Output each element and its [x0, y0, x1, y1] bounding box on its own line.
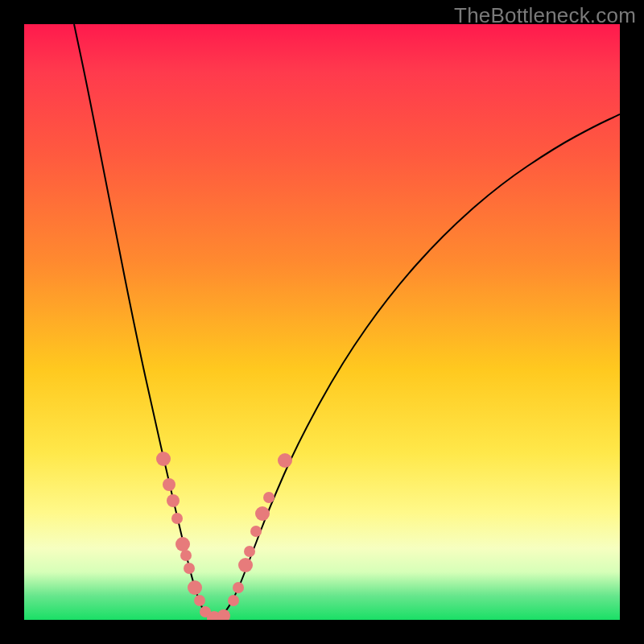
- scatter-point: [244, 546, 255, 557]
- scatter-point: [250, 526, 262, 537]
- left-branch-curve: [74, 24, 213, 620]
- chart-svg: [24, 24, 620, 620]
- scatter-point: [233, 582, 244, 593]
- scatter-point: [180, 550, 192, 561]
- scatter-point: [238, 558, 253, 572]
- scatter-point: [163, 478, 175, 491]
- scatter-markers: [156, 452, 292, 620]
- chart-frame: [24, 24, 620, 620]
- scatter-point: [188, 580, 202, 595]
- scatter-point: [217, 609, 230, 620]
- scatter-point: [278, 453, 292, 468]
- scatter-point: [255, 506, 270, 521]
- scatter-point: [194, 595, 205, 606]
- scatter-point: [167, 494, 180, 507]
- scatter-point: [184, 563, 195, 574]
- scatter-point: [171, 513, 183, 524]
- scatter-point: [175, 537, 190, 551]
- scatter-point: [228, 595, 239, 606]
- right-branch-curve: [213, 114, 620, 620]
- scatter-point: [156, 452, 171, 466]
- scatter-point: [263, 492, 275, 503]
